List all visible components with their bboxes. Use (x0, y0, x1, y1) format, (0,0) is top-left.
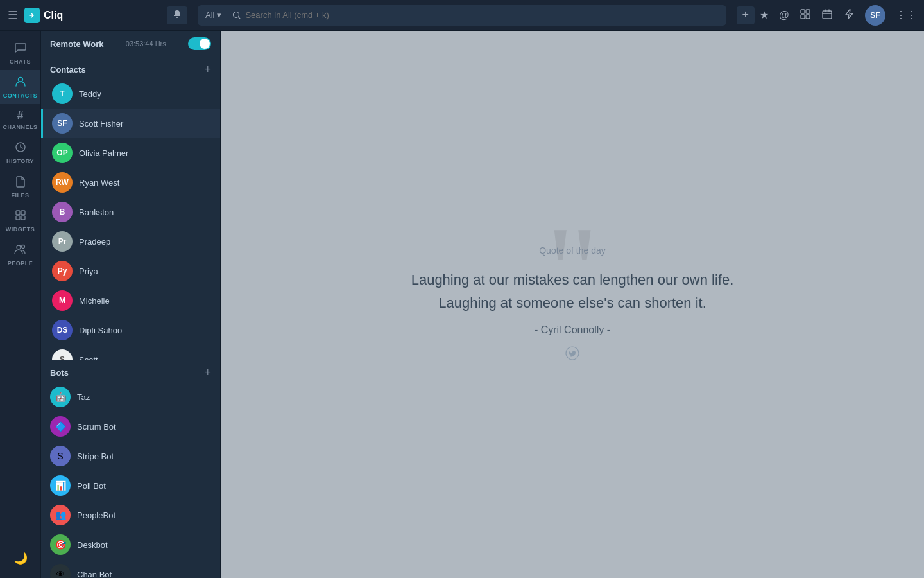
contact-avatar: DS (52, 320, 73, 340)
history-icon (14, 141, 27, 157)
bot-name: Taz (77, 392, 90, 402)
bot-list: 🤖 Taz 🔷 Scrum Bot S Stripe Bot 📊 Poll Bo… (41, 382, 220, 578)
bots-add-button[interactable]: + (204, 367, 211, 378)
sidebar-item-channels[interactable]: # CHANNELS (0, 104, 40, 136)
theme-icon: 🌙 (13, 551, 28, 565)
contacts-section-header: Contacts + (41, 57, 220, 79)
quote-label: Quote of the day (411, 245, 734, 256)
quote-container: " Quote of the day Laughing at our mista… (386, 220, 760, 389)
sidebar-item-widgets[interactable]: WIDGETS (0, 204, 40, 238)
main-area: " Quote of the day Laughing at our mista… (221, 31, 924, 578)
calendar-icon[interactable] (821, 8, 833, 22)
search-dropdown[interactable]: All ▾ (205, 10, 227, 20)
bot-item[interactable]: 🔷 Scrum Bot (41, 412, 220, 441)
user-avatar[interactable]: SF (865, 5, 886, 26)
search-bar: All ▾ (198, 5, 726, 26)
search-input[interactable] (245, 10, 718, 20)
contact-item[interactable]: DS Dipti Sahoo (41, 315, 220, 345)
contact-name: Pradeep (79, 237, 110, 247)
svg-rect-2 (801, 10, 805, 13)
contact-item[interactable]: B Bankston (41, 197, 220, 227)
bots-section-header: Bots + (41, 360, 220, 382)
twitter-share-icon[interactable] (411, 346, 734, 363)
bot-name: Deskbot (77, 540, 108, 550)
contact-item[interactable]: Pr Pradeep (41, 227, 220, 256)
contacts-label: CONTACTS (3, 92, 37, 99)
sidebar: CHATS CONTACTS # CHANNELS HISTORY (0, 31, 41, 578)
sidebar-item-chats[interactable]: CHATS (0, 36, 40, 70)
bot-item[interactable]: 📊 Poll Bot (41, 471, 220, 500)
bot-item[interactable]: 👁 Chan Bot (41, 559, 220, 578)
logo-area: Cliq (24, 8, 63, 23)
contact-name: Dipti Sahoo (79, 326, 122, 335)
contact-avatar: B (52, 202, 73, 222)
contact-name: Scott Fisher (79, 119, 123, 128)
bot-item[interactable]: 👥 PeopleBot (41, 500, 220, 530)
contact-avatar: M (52, 290, 73, 311)
hamburger-icon[interactable]: ☰ (8, 8, 18, 22)
quote-text: Laughing at our mistakes can lengthen ou… (411, 268, 734, 313)
contact-name: Ryan West (79, 178, 119, 188)
sidebar-item-contacts[interactable]: CONTACTS (0, 70, 40, 104)
svg-rect-11 (16, 216, 20, 220)
logo-icon (24, 8, 40, 23)
bot-name: PeopleBot (77, 511, 116, 520)
search-filter-label: All (205, 10, 214, 20)
bot-avatar: 👥 (50, 505, 71, 525)
bot-item[interactable]: S Stripe Bot (41, 441, 220, 471)
channels-label: CHANNELS (3, 124, 37, 130)
contact-item[interactable]: SF Scott Fisher (41, 109, 220, 138)
remote-work-toggle[interactable] (188, 37, 211, 50)
contact-name: Teddy (79, 89, 101, 99)
favorites-icon[interactable]: ★ (760, 9, 769, 21)
notification-bell[interactable] (167, 6, 187, 24)
quote-author: - Cyril Connolly - (411, 324, 734, 336)
integrations-icon[interactable] (800, 8, 811, 22)
contacts-icon (14, 75, 27, 91)
top-bar-icons: ★ @ SF ⋮⋮ (760, 5, 916, 26)
svg-rect-12 (21, 216, 25, 220)
bots-title: Bots (50, 368, 69, 378)
bot-name: Poll Bot (77, 481, 106, 491)
zap-icon[interactable] (843, 8, 855, 22)
widgets-label: WIDGETS (6, 226, 35, 232)
chats-icon (14, 41, 27, 57)
contacts-add-button[interactable]: + (204, 64, 211, 75)
contacts-title: Contacts (50, 65, 86, 74)
remote-work-bar: Remote Work 03:53:44 Hrs (41, 31, 220, 57)
contact-item[interactable]: S Scott (41, 345, 220, 360)
app-name: Cliq (44, 10, 63, 21)
sidebar-item-files[interactable]: FILES (0, 170, 40, 204)
bot-avatar: 🤖 (50, 387, 71, 407)
contact-item[interactable]: T Teddy (41, 79, 220, 109)
bot-item[interactable]: 🎯 Deskbot (41, 530, 220, 559)
sidebar-item-people[interactable]: PEOPLE (0, 238, 40, 272)
people-label: PEOPLE (8, 260, 33, 267)
bot-avatar: 📊 (50, 475, 71, 496)
contact-item[interactable]: M Michelle (41, 286, 220, 315)
contact-item[interactable]: RW Ryan West (41, 168, 220, 197)
svg-point-13 (17, 245, 21, 249)
sidebar-item-theme[interactable]: 🌙 (11, 546, 30, 570)
chevron-down-icon: ▾ (217, 10, 221, 20)
contact-item[interactable]: Py Priya (41, 256, 220, 286)
bot-item[interactable]: 🤖 Taz (41, 382, 220, 412)
contact-avatar: Pr (52, 231, 73, 252)
svg-rect-3 (806, 10, 810, 13)
grid-menu-icon[interactable]: ⋮⋮ (896, 9, 916, 21)
contacts-panel: Remote Work 03:53:44 Hrs Contacts + T Te… (41, 31, 221, 578)
mentions-icon[interactable]: @ (779, 10, 789, 21)
top-bar-left: ☰ Cliq (8, 6, 187, 24)
bot-avatar: S (50, 446, 71, 466)
contact-name: Michelle (79, 296, 110, 306)
remote-work-title: Remote Work (50, 39, 104, 49)
search-add-button[interactable]: + (737, 6, 755, 24)
contact-item[interactable]: OP Olivia Palmer (41, 138, 220, 168)
chats-label: CHATS (10, 58, 31, 65)
contact-list: T Teddy SF Scott Fisher OP Olivia Palmer… (41, 79, 220, 360)
contact-name: Bankston (79, 207, 114, 217)
files-label: FILES (11, 192, 29, 198)
bot-avatar: 🎯 (50, 534, 71, 555)
sidebar-item-history[interactable]: HISTORY (0, 136, 40, 170)
contact-name: Scott (79, 355, 98, 360)
